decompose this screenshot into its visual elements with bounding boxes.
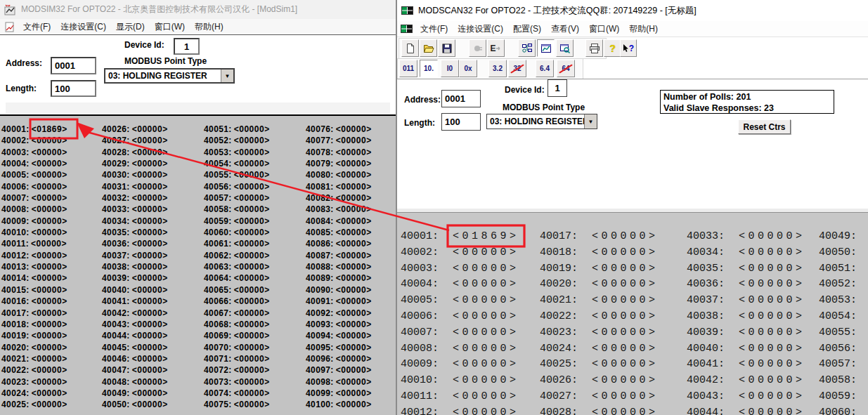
register-cell[interactable]: 40013:<00000>: [1, 261, 67, 272]
register-cell[interactable]: 40057:: [819, 357, 868, 373]
register-cell[interactable]: 40040:<00000>: [102, 284, 168, 296]
register-cell[interactable]: 40017:<00000>: [540, 229, 659, 245]
register-cell[interactable]: 40025:<00000>: [1, 399, 67, 410]
register-cell[interactable]: 40027:<00000>: [540, 389, 659, 405]
context-help-button[interactable]: ?: [620, 39, 637, 57]
register-cell[interactable]: 40050:<00000>: [102, 399, 168, 410]
register-cell[interactable]: 40020:<00000>: [1, 342, 67, 353]
menu-item[interactable]: 文件(F): [18, 20, 56, 34]
register-cell[interactable]: 40035:<00000>: [102, 227, 168, 238]
format-button[interactable]: 32: [508, 60, 526, 77]
register-cell[interactable]: 40034:<00000>: [102, 216, 168, 227]
register-cell[interactable]: 40001:<01869>: [401, 229, 519, 245]
register-cell[interactable]: 40023:<00000>: [540, 325, 659, 341]
register-cell[interactable]: 40074:<00000>: [204, 388, 270, 399]
register-cell[interactable]: 40020:<00000>: [540, 277, 659, 293]
register-cell[interactable]: 40068:<00000>: [204, 319, 270, 330]
register-cell[interactable]: 40036:<00000>: [687, 277, 805, 293]
register-cell[interactable]: 40060:: [819, 405, 868, 415]
register-cell[interactable]: 40003:<00000>: [401, 261, 519, 277]
register-cell[interactable]: 40051:: [819, 261, 868, 277]
register-cell[interactable]: 40087:<00000>: [306, 250, 372, 261]
register-cell[interactable]: 40025:<00000>: [540, 357, 659, 373]
register-cell[interactable]: 40009:<00000>: [401, 357, 519, 373]
register-cell[interactable]: 40005:<00000>: [1, 169, 67, 180]
register-cell[interactable]: 40057:<00000>: [204, 192, 270, 204]
register-cell[interactable]: 40056:<00000>: [204, 181, 270, 192]
point-type-dropdown[interactable]: 03: HOLDING REGISTER ▼: [104, 68, 235, 84]
address-field[interactable]: 0001: [51, 57, 96, 74]
register-cell[interactable]: 40040:<00000>: [687, 341, 805, 357]
register-cell[interactable]: 40077:<00000>: [306, 135, 372, 146]
register-cell[interactable]: 40049:<00000>: [102, 388, 168, 399]
register-cell[interactable]: 40046:<00000>: [102, 353, 168, 364]
register-cell[interactable]: 40019:<00000>: [1, 330, 67, 341]
register-cell[interactable]: 40017:<00000>: [1, 308, 67, 319]
register-cell[interactable]: 40038:<00000>: [687, 309, 805, 325]
save-file-button[interactable]: [438, 39, 455, 57]
register-cell[interactable]: 40084:<00000>: [306, 216, 372, 227]
register-cell[interactable]: 40021:<00000>: [540, 293, 659, 309]
register-cell[interactable]: 40022:<00000>: [1, 364, 67, 376]
dropdown-arrow-icon[interactable]: ▼: [221, 70, 233, 82]
register-cell[interactable]: 40058:<00000>: [204, 204, 270, 215]
register-cell[interactable]: 40024:<00000>: [540, 341, 659, 357]
register-cell[interactable]: 40047:<00000>: [102, 364, 168, 376]
register-cell[interactable]: 40002:<00000>: [401, 245, 519, 261]
menu-item[interactable]: 帮助(H): [624, 22, 663, 37]
register-cell[interactable]: 40058:: [819, 373, 868, 389]
format-button[interactable]: I0: [441, 60, 459, 77]
register-cell[interactable]: 40054:: [819, 309, 868, 325]
register-cell[interactable]: 40065:<00000>: [204, 284, 270, 296]
register-cell[interactable]: 40039:<00000>: [687, 325, 805, 341]
register-cell[interactable]: 40059:: [819, 389, 868, 405]
register-cell[interactable]: 40079:<00000>: [306, 158, 372, 169]
register-cell[interactable]: 40078:<00000>: [306, 147, 372, 158]
register-cell[interactable]: 40037:<00000>: [687, 293, 805, 309]
register-cell[interactable]: 40033:<00000>: [687, 229, 805, 245]
register-cell[interactable]: 40099:<00000>: [306, 388, 372, 399]
register-cell[interactable]: 40042:<00000>: [687, 373, 805, 389]
register-cell[interactable]: 40005:<00000>: [401, 293, 519, 309]
register-cell[interactable]: 40036:<00000>: [102, 238, 168, 249]
menu-item[interactable]: 查看(V): [546, 22, 584, 37]
register-cell[interactable]: 40050:: [819, 245, 868, 261]
register-cell[interactable]: 40041:<00000>: [687, 357, 805, 373]
register-cell[interactable]: 40053:<00000>: [204, 147, 270, 158]
display-data-button[interactable]: [537, 39, 555, 57]
register-cell[interactable]: 40097:<00000>: [306, 364, 372, 376]
register-cell[interactable]: 40062:<00000>: [204, 250, 270, 261]
register-cell[interactable]: 40098:<00000>: [306, 376, 372, 388]
register-cell[interactable]: 40009:<00000>: [1, 216, 67, 227]
register-cell[interactable]: 40059:<00000>: [204, 216, 270, 227]
register-cell[interactable]: 40095:<00000>: [306, 342, 372, 353]
register-cell[interactable]: 40063:<00000>: [204, 261, 270, 272]
register-cell[interactable]: 40054:<00000>: [204, 158, 270, 169]
length-field[interactable]: 100: [51, 80, 96, 97]
register-cell[interactable]: 40044:<00000>: [687, 405, 805, 415]
register-cell[interactable]: 40023:<00000>: [1, 376, 67, 388]
register-cell[interactable]: 40086:<00000>: [306, 238, 372, 249]
register-cell[interactable]: 40055:: [819, 325, 868, 341]
register-cell[interactable]: 40007:<00000>: [401, 325, 519, 341]
register-cell[interactable]: 40011:<00000>: [1, 238, 67, 249]
register-cell[interactable]: 40022:<00000>: [540, 309, 659, 325]
connect-button[interactable]: [469, 39, 486, 57]
register-cell[interactable]: 40088:<00000>: [306, 261, 372, 272]
register-cell[interactable]: 40043:<00000>: [102, 319, 168, 330]
register-cell[interactable]: 40039:<00000>: [102, 272, 168, 284]
register-cell[interactable]: 40044:<00000>: [102, 330, 168, 341]
register-cell[interactable]: 40096:<00000>: [306, 353, 372, 364]
register-cell[interactable]: 40042:<00000>: [102, 308, 168, 319]
register-cell[interactable]: 40094:<00000>: [306, 330, 372, 341]
register-cell[interactable]: 40075:<00000>: [204, 399, 270, 410]
format-button[interactable]: 0x: [459, 60, 477, 77]
register-cell[interactable]: 40033:<00000>: [102, 204, 168, 215]
register-cell[interactable]: 40070:<00000>: [204, 342, 270, 353]
register-cell[interactable]: 40073:<00000>: [204, 376, 270, 388]
dropdown-arrow-icon[interactable]: ▼: [584, 114, 597, 129]
length-field[interactable]: 100: [441, 113, 481, 131]
menu-item[interactable]: 配置(S): [508, 22, 546, 37]
register-cell[interactable]: 40092:<00000>: [306, 308, 372, 319]
display-traffic-button[interactable]: [556, 39, 574, 57]
